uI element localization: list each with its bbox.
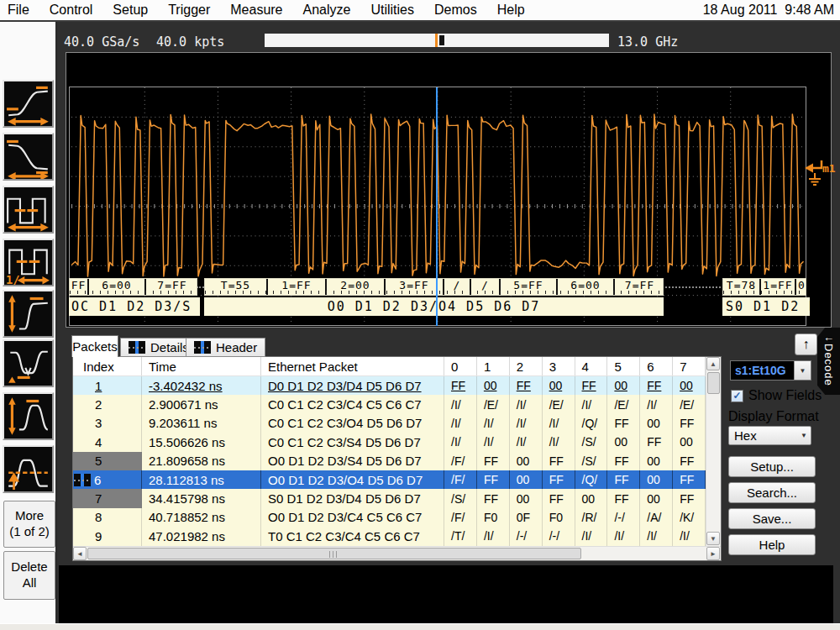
display-format-dropdown[interactable]: Hex ▼ — [728, 426, 811, 445]
frequency-measurement-button[interactable]: 1/ — [3, 239, 54, 286]
column-header-4[interactable]: 4 — [575, 357, 608, 375]
delete-all-button[interactable]: Delete All — [3, 551, 55, 600]
cell-byte: /Q/ — [575, 414, 608, 433]
show-fields-checkbox[interactable]: ✓ — [731, 390, 743, 402]
column-header-2[interactable]: 2 — [510, 357, 543, 375]
column-header-0[interactable]: 0 — [444, 357, 477, 375]
collapse-panel-button[interactable]: ↑ — [795, 333, 817, 355]
time-cursor[interactable] — [436, 87, 438, 326]
vertical-scroll-thumb[interactable] — [707, 372, 720, 394]
column-header-3[interactable]: 3 — [543, 357, 575, 375]
menu-trigger[interactable]: Trigger — [158, 3, 220, 18]
menu-file[interactable]: File — [0, 3, 39, 18]
search-button[interactable]: Search... — [728, 482, 816, 503]
cell-time: 15.506626 ns — [142, 433, 261, 451]
cell-packet: C0 C1 C2 C3/C4 C5 C6 C7 — [261, 395, 444, 413]
column-header-time[interactable]: Time — [142, 357, 261, 375]
help-button[interactable]: Help — [728, 534, 816, 555]
left-toolbar: 1/ — [0, 22, 57, 623]
column-header-7[interactable]: 7 — [673, 357, 706, 375]
cell-time: 2.900671 ns — [142, 395, 261, 413]
column-header-ethernet-packet[interactable]: Ethernet Packet — [261, 357, 444, 375]
table-row[interactable]: 840.718852 nsO0 D1 D2 D3/C4 C5 C6 C7/F/F… — [73, 508, 706, 527]
table-row[interactable]: 22.900671 nsC0 C1 C2 C3/C4 C5 C6 C7/I//E… — [73, 395, 706, 413]
period-measurement-button[interactable] — [3, 186, 54, 234]
scroll-up-button[interactable]: ▲ — [706, 357, 720, 370]
setup-button[interactable]: Setup... — [728, 456, 816, 477]
bus-field-value: 1=FF — [761, 279, 796, 295]
marker-m1[interactable]: m1 — [803, 156, 837, 195]
cell-byte: /I/ — [510, 395, 543, 413]
table-row[interactable]: 521.809658 nsO0 D1 D2 D3/S4 D5 D6 D7/F/F… — [73, 452, 706, 470]
menu-analyze[interactable]: Analyze — [293, 3, 361, 18]
scroll-right-button[interactable]: ► — [706, 547, 720, 560]
cell-byte: /I/ — [543, 433, 575, 451]
cell-byte: /A/ — [640, 508, 673, 527]
table-row[interactable]: 1-3.402432 nsD0 D1 D2 D3/D4 D5 D6 D7FF00… — [73, 376, 706, 395]
tab-header[interactable]: Header — [186, 338, 265, 357]
more-label: More — [15, 508, 44, 524]
amplitude-measurement-button[interactable] — [3, 290, 54, 338]
cell-byte: 00 — [575, 489, 608, 507]
cell-byte: /I/ — [444, 395, 477, 413]
bus-field-value: 1=FF — [268, 279, 327, 295]
cell-byte: /I/ — [444, 414, 477, 433]
table-row[interactable]: 947.021982 nsT0 C1 C2 C3/C4 C5 C6 C7/T//… — [73, 527, 706, 545]
cell-index: 5 — [73, 452, 142, 470]
column-header-1[interactable]: 1 — [477, 357, 510, 375]
cell-index: 2 — [73, 395, 142, 413]
cell-byte: FF — [607, 470, 640, 489]
top-level-measurement-button[interactable] — [3, 392, 54, 440]
bus-field-value: / — [471, 279, 501, 295]
table-row[interactable]: 628.112813 nsO0 D1 D2 D3/O4 D5 D6 D7/F/F… — [73, 470, 706, 489]
column-header-5[interactable]: 5 — [607, 357, 640, 375]
show-fields-row: ✓ Show Fields — [731, 388, 822, 403]
menu-utilities[interactable]: Utilities — [360, 3, 424, 18]
base-level-measurement-button[interactable] — [3, 339, 54, 387]
cell-byte: /I/ — [575, 395, 608, 413]
fall-time-measurement-button[interactable] — [3, 133, 54, 181]
column-header-6[interactable]: 6 — [640, 357, 673, 375]
average-measurement-button[interactable] — [3, 445, 54, 493]
menu-setup[interactable]: Setup — [102, 3, 158, 18]
show-fields-label: Show Fields — [748, 388, 822, 403]
column-header-index[interactable]: Index — [73, 357, 142, 375]
save-button[interactable]: Save... — [728, 508, 816, 529]
cell-index: 3 — [73, 414, 142, 433]
acquisition-position-marker[interactable] — [435, 34, 438, 47]
rise-time-measurement-button[interactable] — [3, 80, 54, 128]
table-row[interactable]: 734.415798 nsS0 D1 D2 D3/D4 D5 D6 D7/S/F… — [73, 489, 706, 507]
tab-packets[interactable]: Packets — [71, 335, 118, 357]
menu-demos[interactable]: Demos — [424, 3, 487, 18]
details-tab-icon — [129, 341, 145, 354]
decode-side-tab[interactable]: ← Decode — [817, 328, 840, 395]
cell-byte: /E/ — [607, 395, 640, 413]
menu-control[interactable]: Control — [39, 3, 103, 18]
cell-byte: /T/ — [444, 527, 477, 545]
scroll-down-button[interactable]: ▼ — [706, 532, 720, 545]
cell-byte: /I/ — [510, 414, 543, 433]
cell-index: 6 — [73, 470, 142, 489]
cell-byte: FF — [673, 470, 706, 489]
menu-help[interactable]: Help — [487, 3, 535, 18]
marker-m1-label: m1 — [822, 162, 836, 175]
cell-index: 7 — [73, 489, 142, 507]
menu-measure[interactable]: Measure — [220, 3, 292, 18]
table-row[interactable]: 39.203611 nsC0 C1 C2 C3/O4 D5 D6 D7/I//I… — [73, 414, 706, 433]
header-tab-icon — [194, 341, 211, 354]
decode-tab-arrow-icon: ← — [823, 332, 834, 343]
decode-bus-packet-label: O0 D1 D2 D3/O4 D5 D6 D7 — [204, 297, 664, 316]
vertical-scrollbar[interactable]: ▲ ▼ — [706, 357, 721, 546]
cell-byte: /I/ — [477, 527, 510, 545]
horizontal-scrollbar[interactable]: ◄ ► — [73, 546, 721, 560]
more-measurements-button[interactable]: More (1 of 2) — [3, 501, 55, 548]
cell-byte: /K/ — [673, 508, 706, 527]
table-row[interactable]: 415.506626 nsC0 C1 C2 C3/S4 D5 D6 D7/I//… — [73, 433, 706, 451]
cell-byte: /Q/ — [575, 470, 608, 489]
amplitude-icon — [4, 291, 52, 336]
decode-source-dropdown[interactable]: s1:Et10G ▼ — [730, 360, 811, 381]
horizontal-scroll-thumb[interactable] — [87, 548, 581, 559]
cell-byte: FF — [575, 376, 608, 395]
cell-byte: /F/ — [444, 452, 477, 470]
scroll-left-button[interactable]: ◄ — [73, 547, 87, 560]
